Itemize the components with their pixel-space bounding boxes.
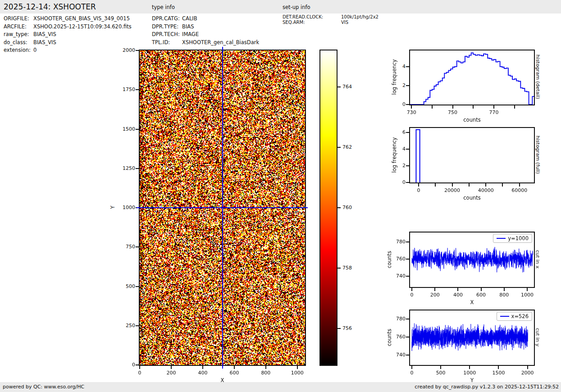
x-axis-tick [457, 288, 458, 291]
colorbar-tick [338, 328, 341, 329]
type-info-header: type info [152, 4, 175, 10]
info-label: ARCFILE: [4, 23, 33, 31]
legend-line-sample [497, 238, 506, 239]
x-tick-label: 0 [398, 370, 425, 376]
info-row: DPR.CATG:CALIB [152, 15, 259, 23]
x-axis-tick [504, 288, 505, 291]
legend-label: y=1000 [508, 235, 529, 242]
crosshair-horizontal-line [137, 207, 308, 208]
y-tick-label: 0 [114, 362, 135, 368]
right-axis-label: histogram (full) [535, 109, 541, 200]
colorbar-tick [338, 87, 341, 87]
y-tick-label: 250 [114, 323, 135, 328]
y-axis-tick [136, 168, 139, 169]
x-axis-tick [234, 366, 235, 369]
info-row: DPR.TECH:IMAGE [152, 31, 259, 39]
x-axis-tick [452, 183, 453, 187]
info-row: raw_type:BIAS_VIS [4, 31, 132, 39]
x-tick-label: 770 [480, 109, 507, 115]
colorbar-gradient [320, 50, 337, 365]
footer-script-credit: created by qc_rawdisp.py v1.2.3 on 2025-… [415, 384, 559, 390]
x-axis-tick [432, 105, 433, 109]
y-axis-tick [136, 129, 139, 130]
x-tick-label: 600 [221, 370, 248, 376]
y-tick-label: 1750 [114, 87, 135, 92]
info-label: do_class: [4, 39, 33, 47]
info-label: ORIGFILE: [4, 15, 33, 23]
x-tick-label: 1000 [284, 370, 311, 376]
footer-bar: powered by QC: www.eso.org/HC created by… [0, 382, 561, 392]
info-label: DPR.TYPE: [152, 23, 182, 31]
x-tick-label: 20000 [439, 187, 466, 193]
histogram-full-plot [409, 127, 535, 183]
colorbar-tick [338, 147, 341, 148]
colorbar-tick-label: 760 [342, 205, 360, 210]
info-row: TPL.ID:XSHOOTER_gen_cal_BiasDark [152, 39, 259, 47]
info-label: DET.READ.CLOCK: [283, 14, 341, 20]
info-row: ARCFILE:XSHOO.2025-12-15T10:09:34.620.fi… [4, 23, 132, 31]
x-axis-tick [411, 366, 412, 369]
y-axis-tick [406, 276, 409, 277]
y-axis-label: Y [109, 173, 116, 241]
x-axis-label: X [196, 377, 250, 383]
colorbar-tick [338, 268, 341, 269]
x-axis-tick [493, 105, 494, 109]
x-axis-tick [519, 183, 520, 187]
x-tick-label: 0 [405, 187, 432, 193]
type-info-block: DPR.CATG:CALIBDPR.TYPE:BIASDPR.TECH:IMAG… [152, 15, 259, 46]
histogram-detail-canvas [410, 50, 534, 105]
colorbar-tick-label: 764 [342, 84, 360, 90]
right-axis-label: histogram (detail) [535, 32, 541, 122]
y-axis-tick [406, 337, 409, 337]
info-label: extension: [4, 46, 33, 55]
y-axis-tick [406, 355, 409, 356]
x-axis-tick [485, 183, 486, 187]
x-axis-tick [434, 288, 435, 291]
info-value: BIAS_VIS [33, 39, 56, 47]
info-value: VIS [341, 20, 348, 25]
x-tick-label: 60000 [506, 187, 533, 193]
y-axis-tick [406, 319, 409, 319]
y-tick-label: 750 [114, 244, 135, 250]
x-tick-label: 500 [427, 370, 454, 376]
legend-label: x=526 [511, 313, 529, 319]
info-value: IMAGE [182, 31, 199, 39]
x-tick-label: 0 [126, 370, 153, 376]
x-axis-tick [435, 183, 436, 187]
info-value: XSHOOTER_gen_cal_BiasDark [182, 39, 259, 47]
x-axis-tick [452, 105, 453, 109]
info-value: BIAS_VIS [33, 31, 56, 39]
y-tick-label: 1000 [114, 205, 135, 210]
histogram-detail-plot [409, 50, 535, 105]
legend-box: y=1000 [493, 234, 532, 243]
x-tick-label: 800 [252, 370, 279, 376]
right-axis-label: cut in x [535, 214, 541, 304]
y-axis-label: log frequency [391, 121, 397, 189]
info-row: DPR.TYPE:BIAS [152, 23, 259, 31]
y-tick-label: 1250 [114, 165, 135, 171]
file-info-block: ORIGFILE:XSHOOTER_GEN_BIAS_VIS_349_0015A… [4, 15, 132, 55]
x-axis-tick [202, 366, 203, 369]
y-axis-tick [136, 325, 139, 326]
info-row: DET.READ.CLOCK:100k/1pt/hg/2x2 [283, 14, 379, 20]
legend-box: x=526 [497, 312, 532, 321]
y-axis-label: counts [386, 226, 392, 293]
header-bar: 2025-12-14: XSHOOTER type info set-up in… [0, 0, 561, 14]
page-title: 2025-12-14: XSHOOTER [4, 2, 96, 11]
y-axis-tick [406, 149, 409, 150]
y-axis-label: log frequency [391, 43, 397, 111]
info-row: extension:0 [4, 46, 132, 55]
x-tick-label: 400 [189, 370, 216, 376]
x-axis-tick [139, 366, 140, 369]
info-label: DPR.TECH: [152, 31, 182, 39]
x-tick-label: 730 [398, 109, 425, 115]
info-value: 100k/1pt/hg/2x2 [341, 14, 379, 20]
info-row: do_class:BIAS_VIS [4, 39, 132, 47]
legend-line-sample [500, 316, 509, 317]
y-axis-tick [136, 50, 139, 51]
x-axis-tick [171, 366, 172, 369]
colorbar-tick-label: 758 [342, 265, 360, 271]
x-axis-tick [527, 288, 528, 291]
x-axis-tick [265, 366, 266, 369]
info-row: ORIGFILE:XSHOOTER_GEN_BIAS_VIS_349_0015 [4, 15, 132, 23]
